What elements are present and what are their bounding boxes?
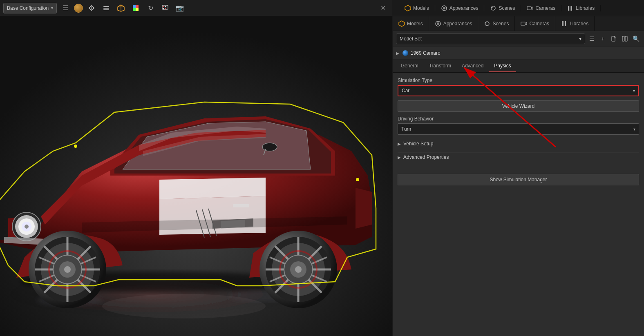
svg-rect-78 <box>562 21 563 26</box>
list-view-button[interactable]: ☰ <box>59 3 72 13</box>
driving-behavior-label: Driving Behavior <box>398 116 639 122</box>
svg-rect-76 <box>521 22 525 25</box>
models-panel-icon <box>398 20 405 27</box>
tree-expand-icon: ▶ <box>396 51 400 56</box>
model-set-actions: ☰ + 🔍 <box>587 34 641 44</box>
scenes-tab[interactable]: Scenes <box>484 5 521 11</box>
tab-advanced[interactable]: Advanced <box>457 60 488 72</box>
libraries-panel-icon <box>561 20 568 27</box>
svg-point-19 <box>492 7 493 8</box>
model-set-dropdown[interactable]: Model Set ▾ <box>396 33 585 44</box>
physics-content: Simulation Type Car ▾ Vehicle Wizard Dri… <box>393 73 644 336</box>
split-icon <box>622 36 628 42</box>
models-panel-tab[interactable]: Models <box>393 16 429 31</box>
appearances-tab-icon <box>441 5 447 11</box>
svg-rect-24 <box>571 6 572 11</box>
car-viewport-svg <box>0 16 392 336</box>
config-dropdown[interactable]: Base Configuration ▾ <box>3 3 57 13</box>
cube-icon <box>117 4 125 12</box>
svg-rect-1 <box>103 8 109 9</box>
ms-search-btn[interactable]: 🔍 <box>631 34 641 44</box>
svg-rect-8 <box>133 8 136 11</box>
cube-icon-btn[interactable] <box>115 3 127 13</box>
viewport-close-button[interactable]: ✕ <box>377 3 389 13</box>
svg-rect-7 <box>136 5 139 8</box>
advanced-properties-section[interactable]: ▶ Advanced Properties <box>398 152 639 162</box>
appearances-panel-icon <box>435 20 441 27</box>
appearances-tab[interactable]: Appearances <box>435 5 485 11</box>
svg-point-70 <box>356 178 359 181</box>
driving-behavior-dropdown[interactable]: Turn ▾ <box>398 123 639 135</box>
sim-type-arrow-icon: ▾ <box>633 89 635 93</box>
viewport[interactable] <box>0 16 392 336</box>
svg-marker-71 <box>399 21 405 27</box>
svg-rect-82 <box>622 36 624 41</box>
scenes-panel-icon <box>484 20 490 27</box>
vehicle-setup-section[interactable]: ▶ Vehicle Setup <box>398 139 639 148</box>
flag-icon-btn[interactable] <box>159 3 171 13</box>
main-content: Models Appearances Scenes <box>0 16 644 336</box>
svg-point-65 <box>64 266 71 273</box>
show-simulation-manager-button[interactable]: Show Simulation Manager <box>398 174 639 185</box>
libraries-tab[interactable]: Libraries <box>561 5 601 11</box>
gear-icon-btn[interactable]: ⚙ <box>85 3 98 13</box>
svg-rect-80 <box>565 21 566 26</box>
advanced-props-expand-icon: ▶ <box>398 155 401 160</box>
layers-icon <box>102 4 110 12</box>
model-set-arrow-icon: ▾ <box>579 36 581 42</box>
appearances-panel-tab[interactable]: Appearances <box>429 16 479 31</box>
layers-icon-btn[interactable] <box>100 3 112 13</box>
config-label: Base Configuration <box>7 5 49 11</box>
rotate-icon-btn[interactable]: ↻ <box>144 3 157 13</box>
config-arrow-icon: ▾ <box>51 6 53 10</box>
ms-split-btn[interactable] <box>620 34 630 44</box>
tab-transform[interactable]: Transform <box>424 60 456 72</box>
svg-rect-83 <box>625 36 627 41</box>
show-sim-manager-section: Show Simulation Manager <box>398 174 639 185</box>
svg-marker-15 <box>405 5 411 11</box>
tab-general[interactable]: General <box>396 60 423 72</box>
svg-rect-0 <box>103 6 109 7</box>
svg-point-52 <box>295 266 302 273</box>
props-tabs: General Transform Advanced Physics <box>393 60 644 73</box>
simulation-type-dropdown[interactable]: Car ▾ <box>398 85 639 96</box>
cameras-tab[interactable]: Cameras <box>521 5 561 11</box>
tab-physics[interactable]: Physics <box>489 60 516 72</box>
panel-nav-tabs: Models Appearances Scenes Cameras <box>392 0 644 16</box>
tree-area: ▶ 1969 Camaro <box>393 47 644 60</box>
svg-rect-31 <box>233 204 249 207</box>
cameras-tab-icon <box>527 5 533 11</box>
vehicle-wizard-button[interactable]: Vehicle Wizard <box>398 100 639 112</box>
svg-rect-79 <box>564 21 564 26</box>
simulation-type-section: Simulation Type Car ▾ <box>398 78 639 96</box>
svg-rect-14 <box>165 8 166 9</box>
svg-point-39 <box>25 225 29 229</box>
advanced-props-label: Advanced Properties <box>403 154 449 160</box>
camera2-icon-btn[interactable]: 📷 <box>174 3 186 13</box>
ms-new-btn[interactable] <box>609 34 619 44</box>
render-icon <box>74 4 83 13</box>
new-doc-icon <box>611 36 617 42</box>
svg-rect-9 <box>136 8 139 11</box>
right-panel: Models Appearances Scenes <box>392 16 644 336</box>
scenes-panel-tab[interactable]: Scenes <box>478 16 515 31</box>
libraries-panel-tab[interactable]: Libraries <box>555 16 595 31</box>
tree-item-camaro[interactable]: ▶ 1969 Camaro <box>393 49 644 58</box>
cameras-panel-tab[interactable]: Cameras <box>515 16 555 31</box>
ms-list-btn[interactable]: ☰ <box>587 34 597 44</box>
simulation-type-label: Simulation Type <box>398 78 639 83</box>
libraries-tab-icon <box>567 5 574 11</box>
svg-rect-22 <box>568 6 569 11</box>
multicolor-cube-icon <box>132 4 140 12</box>
flag-icon <box>161 4 169 12</box>
svg-point-17 <box>443 7 445 9</box>
multicolor-cube-btn[interactable] <box>130 3 142 13</box>
svg-rect-2 <box>103 9 109 10</box>
models-tab[interactable]: Models <box>399 5 435 11</box>
cameras-panel-icon <box>521 20 527 27</box>
viewport-toolbar-area: Base Configuration ▾ ☰ ⚙ <box>0 0 392 16</box>
models-tab-icon <box>405 5 411 11</box>
ms-add-btn[interactable]: + <box>598 34 608 44</box>
svg-rect-11 <box>163 6 164 7</box>
svg-rect-81 <box>612 36 615 41</box>
